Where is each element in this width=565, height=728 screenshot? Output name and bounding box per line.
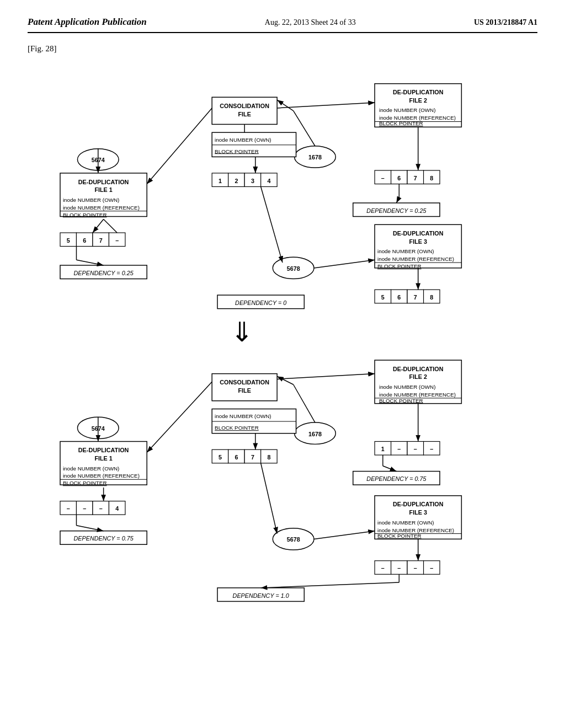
dedup-file3-bot-inode-ref: inode NUMBER (REFERENCE)	[377, 527, 454, 533]
svg-line-20	[104, 219, 118, 233]
dedup-file1-block-ptr: BLOCK POINTER	[63, 212, 107, 218]
figure-label: [Fig. 28]	[28, 44, 537, 53]
dedup-file2-bot-inode-own: inode NUMBER (OWN)	[379, 384, 436, 390]
cell-d1-bot: –	[67, 505, 70, 512]
dedup-file2-top-label2: FILE 2	[409, 97, 427, 104]
dep-025-file1: DEPENDENCY = 0.25	[74, 270, 134, 276]
diagram-container: DE-DUPLICATION FILE 2 inode NUMBER (OWN)…	[28, 62, 537, 724]
cell-dash2-top: –	[381, 175, 385, 181]
publication-number: US 2013/218847 A1	[474, 18, 537, 27]
cell-8-bot: 8	[267, 454, 270, 461]
cell-d7-bot: –	[381, 565, 385, 571]
page-header: Patent Application Publication Aug. 22, …	[28, 17, 537, 33]
cell-d9-bot: –	[414, 565, 417, 571]
svg-line-42	[277, 100, 293, 111]
cell-d6-bot: –	[430, 446, 433, 452]
cell-7b-top: 7	[414, 175, 417, 181]
dedup-file1-bot-label: DE-DUPLICATION	[78, 447, 129, 453]
consol-inode-own: inode NUMBER (OWN)	[215, 137, 271, 143]
dedup-file3-bot-label2: FILE 3	[409, 509, 427, 516]
cell-8c-top: 8	[430, 294, 433, 301]
cell-5c-top: 5	[381, 294, 385, 301]
dedup-file1-inode-ref: inode NUMBER (REFERENCE)	[63, 205, 140, 211]
dedup-file2-inode-ref: inode NUMBER (REFERENCE)	[379, 115, 456, 121]
svg-line-22	[76, 260, 103, 265]
dedup-file3-block-ptr: BLOCK POINTER	[377, 263, 422, 269]
dedup-file2-inode-own: inode NUMBER (OWN)	[379, 107, 436, 113]
dedup-file3-inode-own: inode NUMBER (OWN)	[377, 248, 434, 254]
consol-file-bot-label: CONSOLIDATION	[220, 379, 269, 386]
consol-file-top-label2: FILE	[238, 111, 250, 117]
dedup-file1-inode-own: inode NUMBER (OWN)	[63, 197, 120, 203]
cell-d8-bot: –	[397, 565, 401, 571]
consol-block-ptr: BLOCK POINTER	[215, 148, 259, 154]
dedup-file1-bot-inode-own: inode NUMBER (OWN)	[63, 465, 120, 472]
cell-2: 2	[234, 178, 238, 184]
cell-4-bot: 4	[115, 505, 119, 512]
dedup-file2-bot-block-ptr: BLOCK POINTER	[379, 398, 423, 404]
svg-line-87	[76, 526, 103, 531]
cell-7c-top: 7	[414, 294, 417, 301]
dedup-file2-bot-label: DE-DUPLICATION	[393, 366, 444, 372]
dep-025-file2: DEPENDENCY = 0.25	[366, 207, 427, 214]
svg-line-46	[277, 103, 375, 108]
dedup-file1-bot-block-ptr: BLOCK POINTER	[63, 480, 107, 486]
consol-file-top-label: CONSOLIDATION	[220, 103, 269, 109]
svg-line-47	[147, 108, 212, 184]
cell-1b-bot: 1	[381, 446, 385, 452]
svg-line-81	[277, 374, 375, 379]
dedup-file2-bot-inode-ref: inode NUMBER (REFERENCE)	[379, 392, 456, 398]
dedup-file2-bot-label2: FILE 2	[409, 373, 427, 380]
dedup-file1-bot-label2: FILE 1	[94, 455, 112, 462]
svg-line-41	[294, 111, 315, 146]
consol-bot-inode-own: inode NUMBER (OWN)	[215, 413, 271, 419]
oval-5678-bot-label: 5678	[287, 536, 300, 543]
dedup-file1-top-label: DE-DUPLICATION	[78, 179, 129, 185]
dedup-file3-bot-inode-own: inode NUMBER (OWN)	[377, 520, 434, 526]
cell-d5-bot: –	[414, 446, 417, 452]
dep-0: DEPENDENCY = 0	[235, 299, 286, 306]
cell-5-bot: 5	[218, 454, 222, 461]
cell-dash-top: –	[115, 237, 119, 244]
publication-date-sheet: Aug. 22, 2013 Sheet 24 of 33	[265, 18, 356, 27]
cell-1: 1	[218, 178, 222, 184]
cell-6c-top: 6	[397, 294, 401, 301]
dedup-file3-bot-label: DE-DUPLICATION	[393, 501, 444, 507]
svg-line-78	[383, 466, 397, 472]
cell-5-top: 5	[67, 237, 70, 244]
svg-line-80	[277, 377, 293, 385]
publication-title: Patent Application Publication	[28, 17, 147, 28]
oval-5678-top-label: 5678	[287, 265, 300, 272]
cell-3: 3	[251, 178, 254, 184]
dep-075-file1-bot: DEPENDENCY = 0.75	[74, 535, 134, 542]
cell-6-bot: 6	[234, 454, 238, 461]
cell-7-top: 7	[99, 237, 103, 244]
oval-1678-top-label: 1678	[308, 154, 322, 160]
cell-6b-top: 6	[397, 175, 401, 181]
dep-075-file2-bot: DEPENDENCY = 0.75	[366, 475, 427, 482]
dedup-file1-bot-inode-ref: inode NUMBER (REFERENCE)	[63, 473, 140, 479]
oval-1678-bot-label: 1678	[308, 431, 322, 437]
dedup-file2-top-label: DE-DUPLICATION	[393, 89, 444, 95]
cell-d2-bot: –	[83, 505, 86, 512]
svg-line-82	[147, 382, 212, 452]
dedup-file2-block-ptr: BLOCK POINTER	[379, 120, 423, 126]
cell-d3-bot: –	[99, 505, 103, 512]
down-arrow: ⇓	[231, 317, 253, 347]
dedup-file3-top-label2: FILE 3	[409, 238, 427, 245]
dedup-file3-top-label: DE-DUPLICATION	[393, 230, 444, 237]
dep-10-bot: DEPENDENCY = 1.0	[233, 592, 289, 599]
cell-4: 4	[267, 178, 270, 184]
cell-d10-bot: –	[430, 565, 433, 571]
dedup-file3-inode-ref: inode NUMBER (REFERENCE)	[377, 256, 454, 262]
page: Patent Application Publication Aug. 22, …	[0, 0, 565, 728]
svg-line-92	[261, 582, 399, 588]
consol-bot-block-ptr: BLOCK POINTER	[215, 425, 259, 431]
svg-line-89	[314, 531, 375, 539]
svg-line-88	[261, 463, 277, 534]
dedup-file3-bot-block-ptr: BLOCK POINTER	[377, 533, 422, 539]
svg-line-44	[261, 186, 282, 263]
cell-d4-bot: –	[397, 446, 401, 452]
cell-7-bot: 7	[251, 454, 254, 461]
svg-line-30	[396, 197, 399, 203]
